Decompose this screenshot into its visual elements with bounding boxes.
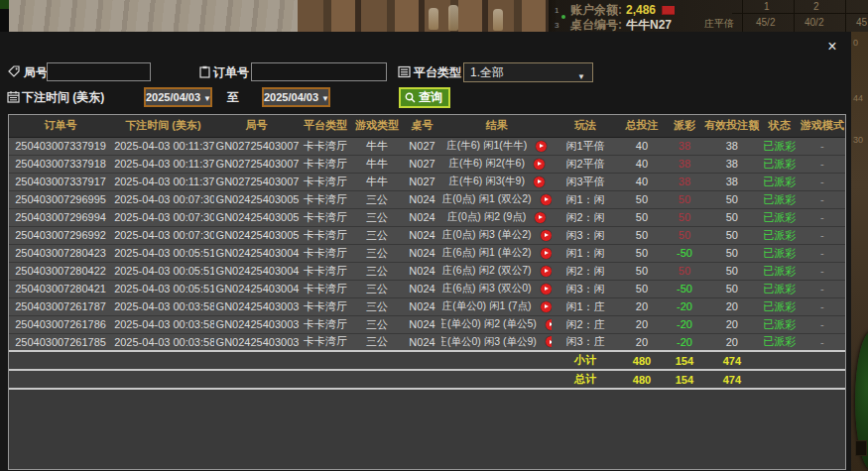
- chevron-down-icon: ▼: [203, 94, 211, 103]
- play-video-icon[interactable]: [541, 230, 552, 241]
- play-video-icon[interactable]: [541, 194, 552, 205]
- platform-cell: 卡卡湾厅: [300, 226, 352, 244]
- platform-cell: 卡卡湾厅: [300, 137, 352, 155]
- game-background-right-strip: 0 44 30: [851, 32, 868, 471]
- payout-cell: 50: [665, 226, 704, 244]
- odds-value: 40/2: [805, 17, 823, 28]
- date-to-value: 2025/04/03: [264, 91, 318, 103]
- table-row: 250403007296995 2025-04-03 00:07:30 GN02…: [9, 190, 845, 208]
- total-bet-cell: 50: [619, 190, 665, 208]
- table-row: 250403007296994 2025-04-03 00:07:30 GN02…: [9, 208, 845, 226]
- query-button[interactable]: 查询: [399, 87, 450, 108]
- total-bet-cell: 20: [619, 297, 665, 315]
- empty-cell: [9, 351, 552, 370]
- valid-bet-cell: 20: [704, 333, 760, 351]
- subtotal-valid-bet: 474: [704, 351, 760, 370]
- order-cell: 250403007337919: [9, 137, 112, 155]
- background-wall: [9, 0, 336, 32]
- table-number: 桌台编号:牛牛N27: [570, 17, 672, 32]
- header-valid-bet: 有效投注额: [704, 115, 760, 137]
- flag-icon: [662, 6, 675, 15]
- status-cell: 已派彩: [760, 208, 800, 226]
- order-cell: 250403007337917: [9, 173, 112, 190]
- table-row: 250403007280421 2025-04-03 00:05:51 GN02…: [9, 280, 845, 297]
- play-video-icon[interactable]: [535, 212, 546, 223]
- background-green-corner: [0, 0, 9, 9]
- order-number-input[interactable]: [251, 62, 387, 81]
- round-cell: GN02425403005: [214, 226, 300, 244]
- platform-cell: 卡卡湾厅: [300, 208, 352, 226]
- game-mode-cell: -: [800, 173, 845, 190]
- play-video-icon[interactable]: [541, 284, 552, 294]
- game-type-cell: 三公: [351, 208, 402, 226]
- date-from-picker[interactable]: 2025/04/03▼: [144, 87, 212, 107]
- result-cell: 庄(6点) 闲1 (单公2): [441, 244, 552, 262]
- header-game-type: 游戏类型: [351, 115, 402, 137]
- table-row: 250403007261786 2025-04-03 00:03:58 GN02…: [9, 315, 845, 333]
- play-video-icon[interactable]: [541, 248, 552, 259]
- header-bet-time: 下注时间 (美东): [112, 115, 213, 137]
- total-bet-cell: 40: [619, 173, 665, 190]
- play-cell: 闲1：闲: [552, 190, 619, 208]
- platform-type-select[interactable]: 1.全部 ▼: [463, 62, 593, 82]
- odds-row-label: 庄平倍: [704, 17, 734, 31]
- date-to-picker[interactable]: 2025/04/03▼: [262, 87, 330, 107]
- result-cell: 庄(牛6) 闲2(牛6): [441, 155, 552, 173]
- game-mode-cell: -: [800, 333, 845, 351]
- background-bottle: [493, 9, 503, 31]
- round-cell: GN02725403007: [214, 137, 300, 155]
- payout-cell: -20: [665, 297, 704, 315]
- play-video-icon[interactable]: [536, 141, 547, 152]
- valid-bet-cell: 38: [704, 155, 760, 173]
- platform-cell: 卡卡湾厅: [300, 155, 352, 173]
- odds-separator: [845, 0, 846, 32]
- order-cell: 250403007261787: [9, 297, 112, 315]
- game-mode-cell: -: [800, 297, 845, 315]
- game-background-top: 1 3 账户余额:2,486 桌台编号:牛牛N27 1 2 庄平倍 45/2 4…: [0, 0, 868, 32]
- platform-cell: 卡卡湾厅: [300, 297, 352, 315]
- screen: 1 3 账户余额:2,486 桌台编号:牛牛N27 1 2 庄平倍 45/2 4…: [0, 0, 868, 471]
- payout-cell: 50: [665, 262, 704, 280]
- table-no-cell: N024: [403, 208, 442, 226]
- subtotal-total-bet: 480: [619, 351, 665, 370]
- bet-time-cell: 2025-04-03 00:07:30: [112, 190, 213, 208]
- header-game-mode: 游戏模式: [800, 115, 845, 137]
- order-cell: 250403007261786: [9, 315, 112, 333]
- result-cell: 庄(单公0) 闲1 (7点): [441, 297, 552, 315]
- round-cell: GN02425403004: [214, 262, 300, 280]
- strip-number: 44: [853, 93, 863, 103]
- records-table: 订单号 下注时间 (美东) 局号 平台类型 游戏类型 桌号 结果 玩法 总投注 …: [9, 115, 845, 390]
- game-mode-cell: -: [800, 137, 845, 155]
- result-text: 庄(单公0) 闲3 (单公9): [441, 335, 537, 349]
- play-video-icon[interactable]: [541, 266, 552, 277]
- table-row: 250403007261787 2025-04-03 00:03:58 GN02…: [9, 297, 845, 315]
- subtotal-label: 小计: [552, 351, 619, 370]
- platform-type-value: 1.全部: [470, 65, 504, 79]
- valid-bet-cell: 38: [704, 137, 760, 155]
- empty-cell: [9, 370, 552, 389]
- play-video-icon[interactable]: [546, 319, 552, 330]
- bet-time-label: 下注时间 (美东): [22, 89, 104, 106]
- round-cell: GN02725403007: [214, 173, 300, 190]
- play-video-icon[interactable]: [534, 159, 545, 170]
- order-cell: 250403007280421: [9, 280, 112, 297]
- table-number-label: 桌台编号:: [570, 18, 622, 32]
- round-number-input[interactable]: [47, 62, 151, 81]
- total-bet-cell: 20: [619, 315, 665, 333]
- game-mode-cell: -: [800, 280, 845, 297]
- platform-cell: 卡卡湾厅: [300, 173, 352, 190]
- play-cell: 闲1：庄: [552, 297, 619, 315]
- odds-value: 45/2: [756, 17, 775, 28]
- clipboard-icon: [198, 65, 211, 78]
- round-cell: GN02425403003: [214, 315, 300, 333]
- close-icon[interactable]: ×: [821, 36, 843, 58]
- play-video-icon[interactable]: [541, 301, 552, 312]
- table-no-cell: N024: [403, 297, 442, 315]
- account-balance-label: 账户余额:: [570, 3, 622, 17]
- header-play: 玩法: [552, 115, 619, 137]
- play-video-icon[interactable]: [546, 336, 552, 347]
- table-no-cell: N024: [403, 226, 442, 244]
- play-video-icon[interactable]: [534, 177, 545, 187]
- game-mode-cell: -: [800, 208, 845, 226]
- total-bet-cell: 50: [619, 262, 665, 280]
